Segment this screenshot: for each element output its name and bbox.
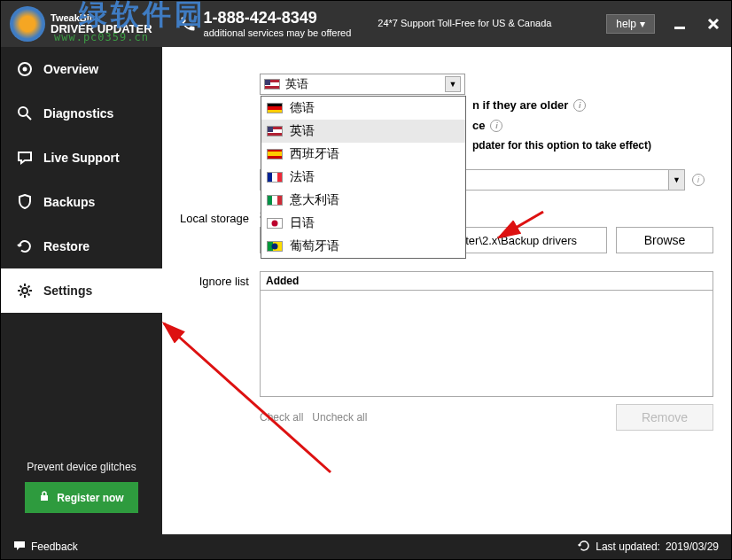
refresh-icon [578,540,590,555]
flag-es-icon [267,149,283,159]
restart-note: pdater for this option to take effect) [472,139,713,152]
support-phone: 1-888-424-8349 additional services may b… [179,9,352,40]
sidebar-item-live-support[interactable]: Live Support [1,136,162,180]
svg-point-2 [23,67,27,72]
lang-option-jp[interactable]: 日语 [261,212,465,235]
close-button[interactable] [705,15,722,33]
local-storage-label: Local storage [171,208,260,253]
help-button[interactable]: help ▾ [606,14,655,34]
promo-text: Prevent device glitches [12,461,152,473]
option-older: n if they are older i [472,98,713,112]
sidebar-item-settings[interactable]: Settings [1,268,162,313]
feedback-link[interactable]: Feedback [13,540,78,555]
shield-icon [17,194,33,210]
svg-point-3 [19,107,27,116]
promo-box: Prevent device glitches Register now [1,445,162,534]
svg-line-4 [27,115,31,120]
sidebar-item-restore[interactable]: Restore [1,224,162,268]
lang-option-es[interactable]: 西班牙语 [261,143,465,166]
language-select[interactable]: 英语 ▼ 德语 英语 西班牙语 法语 意大利语 日语 葡萄牙语 [260,74,465,95]
target-icon [17,61,33,77]
phone-icon [179,15,197,33]
sidebar: Overview Diagnostics Live Support Backup… [1,47,162,534]
gear-icon [17,283,33,299]
info-icon[interactable]: i [692,174,705,186]
phone-number: 1-888-424-8349 [204,9,352,28]
sidebar-item-overview[interactable]: Overview [1,47,162,91]
browse-button[interactable]: Browse [616,227,713,253]
lang-option-en[interactable]: 英语 [261,120,465,143]
chat-icon [17,150,33,166]
app-logo-icon [10,6,45,42]
ignore-list-body[interactable] [260,291,713,397]
footer: Feedback Last updated: 2019/03/29 [1,534,731,559]
option-ce: ce i [472,119,713,132]
svg-rect-0 [674,27,685,29]
phone-subtext: additional services may be offered [204,27,352,39]
flag-it-icon [267,195,283,206]
restore-icon [17,238,33,254]
lang-option-pt[interactable]: 葡萄牙语 [261,235,465,258]
minimize-button[interactable] [671,15,689,33]
chevron-down-icon: ▼ [668,170,684,190]
info-icon[interactable]: i [490,120,502,132]
ignore-list-label: Ignore list [171,271,260,431]
info-icon[interactable]: i [573,99,586,112]
lang-option-it[interactable]: 意大利语 [261,189,465,212]
product-name: DRIVER UPDATER [51,23,152,35]
remove-button[interactable]: Remove [616,404,713,431]
lang-option-fr[interactable]: 法语 [261,166,465,189]
chat-icon [13,540,26,555]
last-updated: Last updated: 2019/03/29 [578,540,719,555]
lang-option-de[interactable]: 德语 [261,97,465,120]
svg-point-5 [22,288,27,293]
logo-area: TweakBit DRIVER UPDATER [10,6,152,42]
sidebar-item-backups[interactable]: Backups [1,180,162,224]
flag-jp-icon [267,218,283,229]
app-window: TweakBit DRIVER UPDATER 绿软件园 www.pc0359.… [0,0,732,560]
svg-rect-6 [41,495,48,501]
sidebar-item-diagnostics[interactable]: Diagnostics [1,91,162,136]
uncheck-all-link[interactable]: Uncheck all [312,411,367,424]
language-selected: 英语 [285,76,308,92]
flag-fr-icon [267,172,283,183]
flag-us-icon [264,79,280,89]
language-dropdown: 德语 英语 西班牙语 法语 意大利语 日语 葡萄牙语 [261,96,466,259]
chevron-down-icon: ▼ [445,76,461,92]
register-button[interactable]: Register now [25,482,137,513]
content-area: 英语 ▼ 德语 英语 西班牙语 法语 意大利语 日语 葡萄牙语 [162,47,731,534]
flag-us-icon [267,126,283,136]
flag-pt-icon [267,241,283,252]
search-icon [17,105,33,121]
lock-icon [39,491,50,504]
ignore-list-header: Added [260,271,713,291]
chevron-down-icon: ▾ [640,18,645,30]
check-all-link[interactable]: Check all [260,411,303,424]
titlebar: TweakBit DRIVER UPDATER 绿软件园 www.pc0359.… [1,1,731,47]
flag-de-icon [267,103,283,113]
toll-free-text: 24*7 Support Toll-Free for US & Canada [378,18,551,29]
